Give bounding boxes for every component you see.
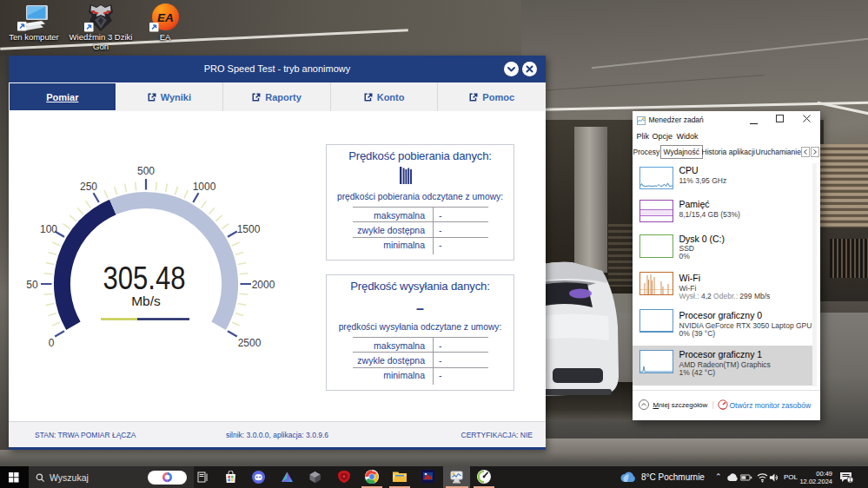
svg-text:1: 1 <box>849 477 852 483</box>
svg-text:100: 100 <box>40 223 57 235</box>
svg-text:250: 250 <box>80 181 97 193</box>
svg-text:305.48: 305.48 <box>103 260 186 296</box>
svg-text:2500: 2500 <box>238 337 262 349</box>
svg-text:500: 500 <box>137 165 155 177</box>
svg-text:EA: EA <box>157 11 174 24</box>
svg-text:1500: 1500 <box>237 223 261 235</box>
svg-text:1000: 1000 <box>193 181 216 193</box>
svg-text:2000: 2000 <box>252 279 275 291</box>
svg-text:50: 50 <box>26 279 38 291</box>
svg-text:Mb/s: Mb/s <box>131 293 161 308</box>
svg-text:0: 0 <box>49 337 55 349</box>
